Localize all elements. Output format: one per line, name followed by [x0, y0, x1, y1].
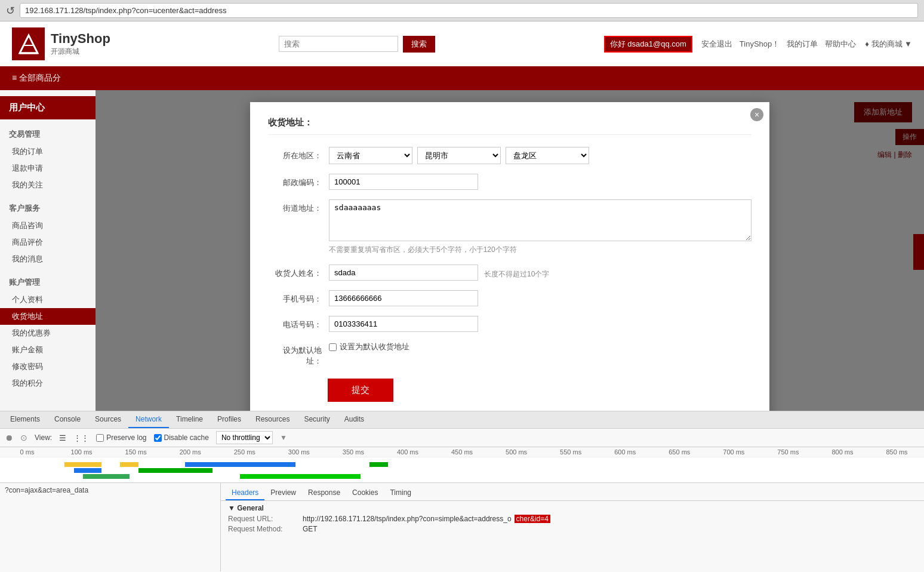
search-input[interactable]: [279, 36, 398, 52]
net-bar-6: [185, 462, 296, 467]
timeline-bars: [0, 457, 924, 481]
sidebar-item-address[interactable]: 收货地址: [0, 308, 96, 325]
devtools-right-tab-cookies[interactable]: Cookies: [346, 486, 384, 500]
devtools-tab-elements[interactable]: Elements: [3, 411, 47, 428]
devtools-tab-timeline[interactable]: Timeline: [169, 411, 210, 428]
sidebar-item-product-review[interactable]: 商品评价: [0, 234, 96, 251]
tl-750: 750 ms: [761, 448, 815, 456]
net-bar-2: [74, 468, 101, 473]
sidebar-item-my-orders[interactable]: 我的订单: [0, 143, 96, 160]
postal-row: 邮政编码：: [268, 174, 751, 190]
sidebar-item-messages[interactable]: 我的消息: [0, 251, 96, 267]
net-bar-7: [240, 474, 360, 479]
default-checkbox-label[interactable]: 设置为默认收货地址: [329, 342, 751, 352]
devtools-left: ?con=ajax&act=area_data: [0, 483, 221, 571]
devtools-panel: Elements Console Sources Network Timelin…: [0, 411, 924, 572]
sidebar-title: 用户中心: [0, 96, 96, 119]
street-textarea[interactable]: sdaaaaaaas: [329, 199, 751, 241]
tl-500: 500 ms: [489, 448, 544, 456]
street-control: sdaaaaaaas 不需要重复填写省市区，必须大于5个字符，小于120个字符: [329, 199, 751, 255]
submit-button[interactable]: 提交: [328, 379, 393, 402]
sidebar-item-refund[interactable]: 退款申请: [0, 160, 96, 177]
sidebar-section-title-account: 账户管理: [0, 273, 96, 291]
sidebar-item-change-password[interactable]: 修改密码: [0, 358, 96, 375]
tl-650: 650 ms: [652, 448, 707, 456]
request-method-row: Request Method: GET: [228, 525, 917, 533]
name-label: 收货人姓名：: [268, 265, 322, 279]
devtools-tab-profiles[interactable]: Profiles: [210, 411, 248, 428]
logo-sub: 开源商城: [51, 47, 110, 57]
city-select[interactable]: 昆明市: [417, 147, 501, 164]
link-orders[interactable]: 我的订单: [787, 39, 818, 50]
preserve-log-text: Preserve log: [106, 433, 146, 442]
general-title: ▼ General: [228, 504, 917, 512]
devtools-tab-resources[interactable]: Resources: [248, 411, 297, 428]
devtools-tab-network[interactable]: Network: [128, 411, 169, 428]
link-tinyshop[interactable]: TinyShop！: [740, 39, 780, 50]
disable-cache-checkbox[interactable]: [154, 434, 162, 442]
request-url-key: Request URL:: [228, 515, 300, 523]
tl-350: 350 ms: [326, 448, 380, 456]
tl-0: 0 ms: [0, 448, 54, 456]
devtools-tab-audits[interactable]: Audits: [337, 411, 371, 428]
address-modal: × 收货地址： 所在地区： 云南省 昆明市: [250, 102, 769, 411]
all-products-menu[interactable]: ≡ 全部商品分: [12, 73, 61, 84]
preserve-log-label[interactable]: Preserve log: [96, 433, 146, 442]
sidebar-item-product-inquiry[interactable]: 商品咨询: [0, 217, 96, 234]
region-row: 所在地区： 云南省 昆明市 盘龙区: [268, 147, 751, 164]
postal-control: [329, 174, 751, 190]
tel-label: 电话号码：: [268, 316, 322, 330]
site-logo: TinyShop 开源商城: [12, 27, 110, 60]
header-right: 你好 dsada1@qq.com 安全退出 TinyShop！ 我的订单 帮助中…: [604, 36, 912, 53]
devtools-right-tab-preview[interactable]: Preview: [264, 486, 302, 500]
disable-cache-label[interactable]: Disable cache: [154, 433, 209, 442]
devtools-left-url: ?con=ajax&act=area_data: [5, 486, 88, 494]
devtools-tab-sources[interactable]: Sources: [88, 411, 128, 428]
phone-input[interactable]: [329, 290, 478, 306]
filter-icon[interactable]: ⊙: [20, 433, 27, 442]
tel-row: 电话号码：: [268, 316, 751, 332]
url-bar[interactable]: [20, 3, 918, 18]
sidebar-item-balance[interactable]: 账户金额: [0, 342, 96, 358]
site-header: TinyShop 开源商城 搜索 你好 dsada1@qq.com 安全退出 T…: [0, 21, 924, 66]
modal-close-button[interactable]: ×: [750, 108, 763, 121]
sidebar-item-favorites[interactable]: 我的关注: [0, 177, 96, 193]
devtools-right-tab-response[interactable]: Response: [302, 486, 346, 500]
tl-300: 300 ms: [272, 448, 326, 456]
timeline-labels: 0 ms 100 ms 150 ms 200 ms 250 ms 300 ms …: [0, 447, 924, 457]
preserve-log-checkbox[interactable]: [96, 434, 104, 442]
refresh-icon[interactable]: ↺: [6, 4, 15, 17]
search-button[interactable]: 搜索: [403, 36, 435, 53]
sidebar-item-points[interactable]: 我的积分: [0, 375, 96, 392]
province-select[interactable]: 云南省: [329, 147, 412, 164]
postal-input[interactable]: [329, 174, 478, 190]
tl-550: 550 ms: [544, 448, 598, 456]
view-waterfall-icon[interactable]: ⋮⋮: [73, 433, 89, 442]
throttle-select[interactable]: No throttling: [216, 431, 273, 444]
devtools-tab-security[interactable]: Security: [297, 411, 337, 428]
view-list-icon[interactable]: ☰: [59, 433, 66, 442]
sidebar-item-coupons[interactable]: 我的优惠券: [0, 325, 96, 342]
sidebar-item-profile[interactable]: 个人资料: [0, 291, 96, 308]
name-input[interactable]: [329, 265, 478, 281]
nav-bar: ≡ 全部商品分: [0, 66, 924, 90]
record-icon[interactable]: ⏺: [5, 433, 13, 442]
header-search: 搜索: [279, 36, 435, 53]
devtools-right-tab-timing[interactable]: Timing: [384, 486, 417, 500]
my-shop-dropdown[interactable]: ♦ 我的商城 ▼: [865, 39, 912, 50]
modal-overlay: × 收货地址： 所在地区： 云南省 昆明市: [96, 90, 924, 411]
devtools-tab-console[interactable]: Console: [47, 411, 88, 428]
devtools-right-tab-headers[interactable]: Headers: [226, 486, 264, 500]
link-help[interactable]: 帮助中心: [825, 39, 856, 50]
link-logout[interactable]: 安全退出: [701, 39, 732, 50]
tl-700: 700 ms: [707, 448, 761, 456]
net-bar-1: [64, 462, 101, 467]
default-label: 设为默认地址：: [268, 342, 322, 367]
devtools-bottom: ?con=ajax&act=area_data Headers Preview …: [0, 483, 924, 571]
header-links: 安全退出 TinyShop！ 我的订单 帮助中心: [701, 39, 856, 50]
district-select[interactable]: 盘龙区: [506, 147, 589, 164]
default-checkbox[interactable]: [329, 343, 337, 351]
page-container: TinyShop 开源商城 搜索 你好 dsada1@qq.com 安全退出 T…: [0, 21, 924, 411]
tel-input[interactable]: [329, 316, 478, 332]
user-info: 你好 dsada1@qq.com: [604, 36, 692, 53]
